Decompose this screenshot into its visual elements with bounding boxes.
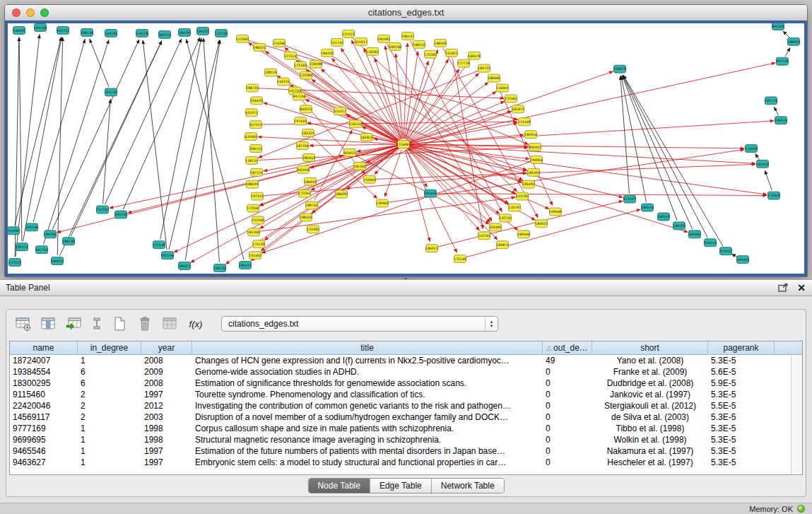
graph-node[interactable]: 122085 (300, 71, 312, 79)
graph-edge[interactable] (123, 37, 200, 209)
graph-edge[interactable] (306, 70, 399, 141)
graph-node[interactable]: 196137 (401, 32, 414, 40)
table-row[interactable]: 977716911998Corpus callosum shape and si… (10, 423, 792, 434)
graph-node[interactable]: 127514 (284, 52, 297, 59)
graph-node[interactable]: 172603 (767, 192, 780, 199)
graph-node[interactable]: 116261 (366, 47, 379, 55)
graph-node[interactable]: 205130 (105, 88, 117, 96)
column-header-title[interactable]: title (192, 341, 543, 355)
graph-edge[interactable] (191, 147, 399, 262)
graph-node[interactable]: 127013 (342, 30, 355, 37)
graph-edge[interactable] (185, 40, 220, 260)
column-header-out_de[interactable]: △out_de… (543, 341, 592, 355)
graph-node[interactable]: 942058 (297, 165, 310, 173)
graph-node[interactable]: 205492 (489, 223, 502, 231)
graph-node[interactable]: 175136 (215, 29, 228, 37)
table-row[interactable]: 969969511998Structural magnetic resonanc… (10, 434, 792, 445)
graph-node[interactable]: 184922 (51, 257, 64, 265)
graph-node[interactable]: 186136 (62, 238, 75, 245)
graph-node[interactable]: 251669 (8, 227, 20, 235)
import-table-icon[interactable] (64, 315, 84, 333)
window-titlebar[interactable]: citations_edges.txt (5, 5, 807, 21)
graph-edge[interactable] (259, 146, 398, 205)
graph-edge[interactable] (143, 40, 167, 250)
graph-node[interactable]: 963152 (158, 30, 171, 38)
graph-node[interactable]: 148509 (434, 39, 447, 47)
graph-edge[interactable] (52, 40, 139, 229)
graph-node[interactable]: 175136 (153, 241, 165, 249)
graph-edge[interactable] (312, 79, 399, 141)
graph-node[interactable]: 186021 (253, 43, 266, 51)
graph-node[interactable]: 186731 (246, 84, 259, 92)
graph-node[interactable]: 115938 (745, 145, 758, 153)
graph-edge[interactable] (204, 38, 220, 262)
graph-node[interactable]: 186021 (178, 262, 191, 270)
graph-node[interactable]: 927743 (776, 57, 789, 65)
graph-node[interactable]: 169446 (517, 230, 530, 238)
graph-node[interactable]: 115449 (518, 118, 531, 126)
graph-node[interactable]: 197315 (251, 192, 264, 200)
graph-edge[interactable] (15, 37, 61, 226)
graph-node[interactable]: 116251 (349, 120, 362, 128)
graph-node[interactable]: 321017 (334, 107, 346, 115)
vertical-scrollbar[interactable] (791, 355, 802, 474)
network-view[interactable]: 1463902051369412511881361041851541269631… (5, 21, 807, 276)
graph-node[interactable]: 941251 (35, 246, 48, 254)
graph-node[interactable]: 169478 (468, 52, 481, 59)
graph-node[interactable]: 643251 (300, 105, 312, 113)
tab-node-table[interactable]: Node Table (308, 479, 370, 493)
graph-node[interactable]: 143251 (277, 78, 290, 86)
graph-node[interactable]: 194251 (196, 27, 209, 35)
graph-node[interactable]: 184205 (178, 28, 191, 36)
graph-node[interactable]: 152241 (96, 206, 109, 214)
memory-indicator[interactable] (797, 505, 805, 513)
graph-node[interactable]: 169136 (213, 264, 226, 272)
graph-node[interactable]: 169445 (736, 256, 749, 264)
graph-node[interactable]: 120741 (499, 214, 512, 222)
graph-node[interactable]: 752540 (252, 216, 264, 224)
graph-node[interactable]: 149465 (376, 199, 389, 207)
graph-edge[interactable] (405, 61, 428, 139)
graph-node[interactable]: 194514 (775, 117, 787, 124)
graph-node[interactable]: 285943 (302, 153, 315, 161)
graph-node[interactable]: 162615 (360, 134, 373, 141)
graph-edge[interactable] (160, 38, 201, 240)
graph-node[interactable]: 122063 (236, 35, 249, 42)
graph-node[interactable]: 421971 (245, 109, 258, 117)
network-table-select[interactable]: citations_edges.txt ▲▼ (221, 316, 498, 332)
graph-node[interactable]: 169142 (657, 213, 670, 221)
graph-node[interactable]: 186102 (300, 214, 312, 221)
graph-node[interactable]: 189745 (305, 201, 318, 209)
graph-node[interactable]: 184871 (496, 241, 509, 249)
graph-edge[interactable] (284, 45, 528, 144)
graph-node[interactable]: 175140 (252, 240, 265, 248)
graph-node[interactable]: 151821 (445, 49, 458, 57)
graph-node[interactable]: 205136 (25, 223, 38, 231)
graph-edge[interactable] (436, 194, 767, 196)
graph-node[interactable]: 184933 (304, 177, 317, 185)
graph-node[interactable]: 197459 (294, 117, 307, 125)
graph-node[interactable]: 184922 (535, 220, 548, 228)
graph-node[interactable]: 185954 (524, 131, 537, 139)
table-row[interactable]: 946362711997Embryonic stem cells: a mode… (10, 457, 792, 468)
column-header-year[interactable]: year (141, 341, 192, 355)
graph-node[interactable]: 161340 (247, 228, 260, 236)
graph-node-hub[interactable]: 1724061 (396, 141, 411, 148)
graph-node[interactable]: 151742 (331, 38, 343, 46)
graph-edge[interactable] (765, 170, 772, 190)
column-header-name[interactable]: name (10, 341, 78, 355)
graph-node[interactable]: 322017 (355, 37, 367, 45)
graph-node[interactable]: 214260 (273, 39, 286, 47)
tab-network-table[interactable]: Network Table (432, 479, 504, 493)
graph-node[interactable]: 148210 (413, 40, 425, 48)
graph-node[interactable]: 191445 (424, 189, 437, 197)
graph-node[interactable]: 185492 (522, 180, 535, 188)
graph-edge[interactable] (57, 37, 63, 255)
graph-edge[interactable] (406, 149, 427, 187)
float-panel-icon[interactable] (778, 284, 788, 292)
graph-edge[interactable] (623, 76, 693, 229)
graph-node[interactable]: 306721 (249, 145, 262, 153)
graph-node[interactable]: 154126 (136, 29, 148, 37)
graph-node[interactable]: 184911 (425, 245, 438, 252)
graph-edge[interactable] (408, 148, 490, 222)
